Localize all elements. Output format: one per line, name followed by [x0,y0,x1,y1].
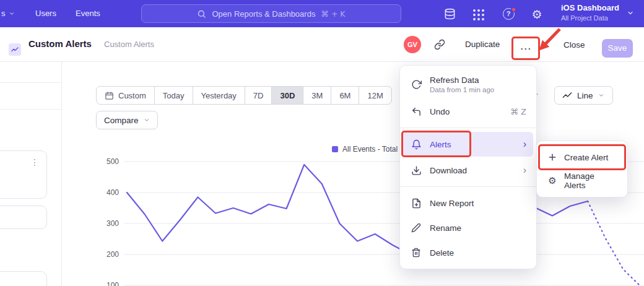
menu-item-label: Undo [430,107,450,116]
submenu-item-label: Manage Alerts [564,171,617,190]
compare-button[interactable]: Compare [96,111,158,129]
sidebar-divider [0,82,62,83]
date-range-label: 6M [339,91,350,100]
date-range-label: Yesterday [201,91,237,100]
submenu-item-label: Create Alert [564,153,608,162]
line-chart-icon [562,90,572,100]
menu-item-label: Rename [430,223,461,233]
legend-label: All Events - Total [342,145,398,154]
svg-text:400: 400 [107,188,119,197]
duplicate-button[interactable]: Duplicate [465,40,500,49]
project-title: iOS Dashboard [561,3,619,12]
nav-item-events[interactable]: Events [76,9,100,18]
date-range-today[interactable]: Today [154,87,193,104]
nav-item-users[interactable]: Users [35,9,56,18]
pencil-icon [410,222,422,234]
bell-icon [410,138,422,150]
sidebar-card[interactable] [0,271,47,286]
menu-item-label: Refresh Data [430,76,494,85]
menu-divider [400,128,536,128]
new-report-icon [410,197,422,209]
sidebar-card[interactable] [0,206,47,229]
submenu-item-create-alert[interactable]: Create Alert [541,145,624,169]
legend-swatch [332,146,338,152]
download-icon [410,164,422,176]
date-range-label: Today [163,91,185,100]
menu-item-alerts[interactable]: Alerts › [403,132,533,157]
breadcrumb: Custom Alerts [104,40,154,49]
chart-type-button[interactable]: Line [554,86,613,105]
avatar[interactable]: GV [404,36,421,53]
calendar-icon [105,91,114,100]
menu-item-download[interactable]: Download › [400,158,536,183]
refresh-icon [410,78,422,90]
menu-item-rename[interactable]: Rename [400,215,536,240]
menu-divider [400,186,536,187]
project-selector[interactable]: iOS Dashboard All Project Data [561,3,619,22]
menu-item-label: Delete [430,248,454,258]
alerts-submenu: Create Alert ⚙ Manage Alerts [536,141,628,197]
left-sidebar: ⋮ [0,62,62,286]
help-icon[interactable]: ? [502,7,515,20]
notification-dot [511,7,516,12]
project-chevron-icon[interactable] [627,9,634,17]
submenu-item-manage-alerts[interactable]: ⚙ Manage Alerts [541,169,624,193]
menu-item-sublabel: Data from 1 min ago [430,86,494,93]
top-navigation: s Users Events Open Reports & Dashboards… [0,0,644,27]
nav-item-events-label: Events [76,9,100,18]
svg-text:100: 100 [107,281,119,286]
date-range-label: Custom [118,91,146,100]
date-range-yesterday[interactable]: Yesterday [193,87,245,104]
nav-item-partial-label: s [1,9,6,18]
menu-item-label: Alerts [430,140,451,149]
menu-item-undo[interactable]: Undo ⌘ Z [400,99,536,124]
menu-item-refresh-data[interactable]: Refresh Data Data from 1 min ago [400,69,536,99]
chevron-down-icon [9,11,15,17]
page-title: Custom Alerts [28,38,92,49]
chevron-down-icon [144,117,150,123]
submenu-chevron-icon: › [523,165,526,175]
svg-text:500: 500 [107,157,119,166]
menu-item-shortcut: ⌘ Z [510,107,526,116]
menu-item-delete[interactable]: Delete [400,240,536,265]
date-range-7d[interactable]: 7D [245,87,272,104]
chevron-down-icon [598,92,604,98]
date-range-label: 12M [367,91,383,100]
legend-item[interactable]: All Events - Total [332,145,398,154]
date-range-6m[interactable]: 6M [331,87,359,104]
gear-icon: ⚙ [547,175,558,186]
search-shortcut: ⌘ + K [321,9,345,19]
settings-gear-icon[interactable]: ⚙ [530,7,544,21]
date-range-12m[interactable]: 12M [359,87,391,104]
trash-icon [410,246,422,259]
date-range-3m[interactable]: 3M [303,87,331,104]
undo-icon [410,105,422,118]
date-range-custom[interactable]: Custom [97,87,154,104]
close-button[interactable]: Close [564,40,585,50]
global-search[interactable]: Open Reports & Dashboards ⌘ + K [141,4,401,23]
app-window: s Users Events Open Reports & Dashboards… [0,0,644,286]
plus-icon [547,152,558,163]
date-range-control: Custom Today Yesterday 7D 30D 3M 6M 12M [96,86,392,105]
save-button[interactable]: Save [602,39,633,58]
copy-link-icon[interactable] [434,39,445,53]
kebab-menu-icon[interactable]: ⋮ [30,157,39,167]
menu-item-new-report[interactable]: New Report [400,191,536,215]
menu-item-label: Download [430,166,467,175]
search-placeholder: Open Reports & Dashboards [212,9,315,19]
data-management-icon[interactable] [443,7,456,20]
more-options-label: ⋯ [520,41,532,55]
date-range-label: 3M [311,91,323,100]
search-icon [197,9,206,19]
more-options-button[interactable]: ⋯ [515,41,536,57]
date-range-label: 7D [253,91,264,100]
nav-item-users-label: Users [35,9,56,18]
menu-item-label: New Report [430,199,474,208]
date-range-label: 30D [280,91,295,100]
project-subtitle: All Project Data [561,14,619,22]
nav-item-partial[interactable]: s [1,9,15,18]
date-range-30d-selected[interactable]: 30D [271,87,303,104]
report-header: Custom Alerts Custom Alerts GV Duplicate… [0,27,644,62]
apps-grid-icon[interactable] [472,8,485,22]
sidebar-card[interactable]: ⋮ [0,150,47,199]
